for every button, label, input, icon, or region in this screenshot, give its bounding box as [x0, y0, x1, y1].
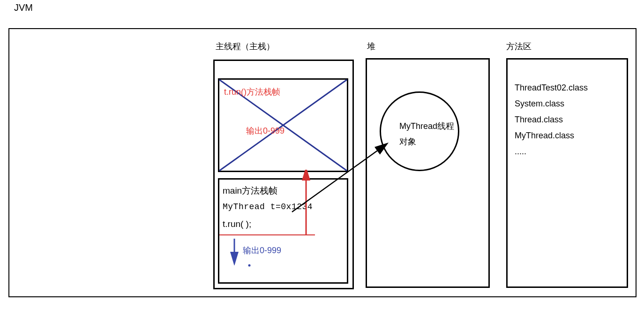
- method-item: System.class: [515, 96, 588, 112]
- main-frame-code-line2: t.run( );: [223, 219, 251, 229]
- method-item: ThreadTest02.class: [515, 80, 588, 96]
- main-stack-label: 主线程（主栈）: [216, 41, 275, 52]
- method-area-items: ThreadTest02.class System.class Thread.c…: [515, 80, 588, 159]
- method-item: MyThread.class: [515, 128, 588, 143]
- method-area-label: 方法区: [506, 41, 532, 52]
- method-item: Thread.class: [515, 112, 588, 128]
- jvm-container: 主线程（主栈） 堆 方法区 t.run()方法栈帧 输出0-999 main方法…: [8, 28, 637, 297]
- red-underline: [219, 234, 315, 235]
- run-frame-output: 输出0-999: [246, 125, 285, 136]
- jvm-title: JVM: [14, 2, 33, 13]
- main-frame-code-line1: MyThread t=0x1234: [223, 202, 313, 211]
- circle-text-line2: 对象: [399, 136, 416, 147]
- main-frame-output: 输出0-999: [243, 245, 281, 256]
- main-frame-title: main方法栈帧: [223, 185, 277, 197]
- method-item: .....: [515, 143, 588, 159]
- run-frame-title: t.run()方法栈帧: [224, 86, 280, 98]
- heap-label: 堆: [367, 41, 375, 52]
- circle-text-line1: MyThread线程: [399, 121, 454, 132]
